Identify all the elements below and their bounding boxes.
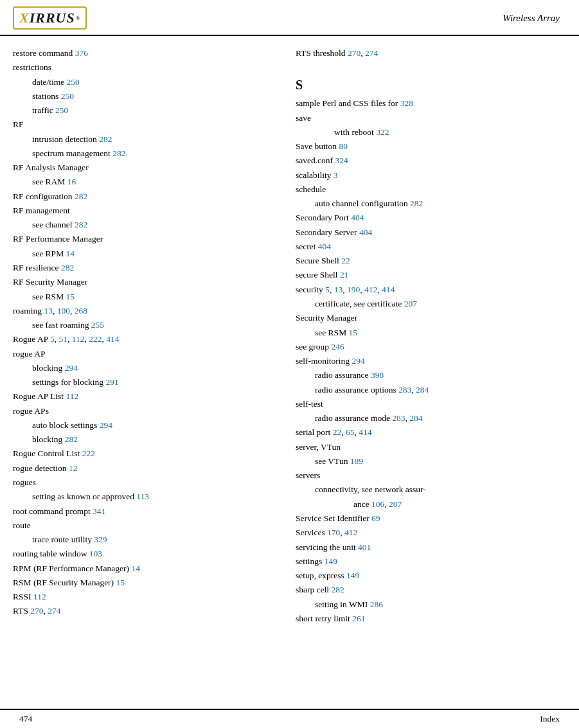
link-69[interactable]: 69: [371, 513, 380, 523]
link-13b[interactable]: 13: [334, 285, 343, 294]
list-item: restrictions: [13, 60, 276, 75]
link-294a[interactable]: 294: [65, 363, 78, 373]
link-250a[interactable]: 250: [67, 77, 80, 87]
link-100[interactable]: 100: [57, 306, 70, 315]
link-341[interactable]: 341: [93, 506, 105, 516]
link-250c[interactable]: 250: [55, 105, 68, 115]
link-282e[interactable]: 282: [61, 263, 74, 272]
link-414b[interactable]: 414: [382, 285, 395, 294]
link-282f[interactable]: 282: [65, 434, 78, 444]
link-322[interactable]: 322: [376, 127, 389, 137]
list-item: radio assurance 398: [296, 368, 566, 382]
list-item: traffic 250: [13, 103, 276, 118]
link-283a[interactable]: 283: [398, 385, 411, 395]
link-283b[interactable]: 283: [392, 413, 405, 423]
link-222b[interactable]: 222: [82, 448, 95, 458]
link-14a[interactable]: 14: [66, 249, 75, 258]
link-15c[interactable]: 15: [349, 328, 358, 337]
logo-x: X: [19, 10, 30, 26]
link-282d[interactable]: 282: [75, 220, 87, 229]
list-item: rogue APs: [13, 404, 276, 418]
link-404a[interactable]: 404: [351, 213, 364, 222]
list-item: rogue AP: [13, 347, 276, 361]
link-189[interactable]: 189: [350, 456, 363, 466]
link-170[interactable]: 170: [327, 528, 340, 537]
link-207b[interactable]: 207: [389, 499, 402, 509]
link-329[interactable]: 329: [94, 535, 107, 544]
link-414a[interactable]: 414: [106, 334, 119, 344]
link-282a[interactable]: 282: [99, 134, 112, 144]
link-80[interactable]: 80: [339, 141, 348, 151]
list-item: see VTun 189: [296, 454, 566, 468]
link-13[interactable]: 13: [44, 306, 53, 315]
link-3[interactable]: 3: [334, 170, 338, 180]
link-112a[interactable]: 112: [72, 334, 85, 344]
link-5a[interactable]: 5: [50, 334, 55, 344]
link-282c[interactable]: 282: [75, 191, 87, 201]
link-21[interactable]: 21: [340, 270, 349, 280]
link-261[interactable]: 261: [352, 614, 365, 623]
right-column: RTS threshold 270, 274 S sample Perl and…: [289, 46, 566, 626]
link-246[interactable]: 246: [331, 342, 344, 351]
link-113[interactable]: 113: [136, 492, 149, 501]
link-376[interactable]: 376: [75, 48, 88, 58]
list-item: RSSI 112: [13, 590, 276, 604]
list-item: save: [296, 111, 566, 125]
link-274b[interactable]: 274: [365, 48, 378, 58]
link-190[interactable]: 190: [347, 285, 360, 294]
link-5b[interactable]: 5: [325, 285, 330, 294]
link-401[interactable]: 401: [358, 542, 371, 552]
list-item: Rogue AP List 112: [13, 389, 276, 404]
list-item: blocking 282: [13, 432, 276, 447]
link-286[interactable]: 286: [370, 599, 383, 609]
link-16[interactable]: 16: [67, 177, 76, 186]
link-12[interactable]: 12: [69, 463, 78, 473]
list-item: setting in WMI 286: [296, 598, 566, 612]
link-207a[interactable]: 207: [404, 299, 417, 308]
link-324[interactable]: 324: [335, 155, 348, 165]
link-284b[interactable]: 284: [409, 413, 422, 423]
link-294c[interactable]: 294: [352, 356, 364, 366]
link-22a[interactable]: 22: [341, 256, 350, 265]
link-51[interactable]: 51: [59, 334, 68, 344]
link-398[interactable]: 398: [371, 370, 384, 380]
link-291[interactable]: 291: [105, 377, 118, 387]
link-250b[interactable]: 250: [61, 91, 74, 101]
link-294b[interactable]: 294: [100, 420, 112, 430]
link-106[interactable]: 106: [371, 499, 384, 509]
list-item: sharp cell 282: [296, 583, 566, 597]
link-149a[interactable]: 149: [325, 556, 337, 566]
link-412b[interactable]: 412: [344, 528, 357, 537]
list-item: see group 246: [296, 340, 566, 354]
link-270a[interactable]: 270: [30, 606, 43, 616]
link-414c[interactable]: 414: [359, 427, 371, 437]
link-282g[interactable]: 282: [410, 199, 423, 208]
link-112b[interactable]: 112: [66, 391, 78, 401]
link-103[interactable]: 103: [89, 549, 102, 558]
logo-registered: ®: [76, 15, 80, 21]
link-15b[interactable]: 15: [116, 578, 125, 587]
link-404b[interactable]: 404: [359, 227, 372, 237]
link-268[interactable]: 268: [75, 306, 87, 315]
link-412a[interactable]: 412: [364, 285, 377, 294]
link-112c[interactable]: 112: [33, 592, 46, 601]
link-282b[interactable]: 282: [112, 148, 125, 158]
link-14b[interactable]: 14: [131, 564, 140, 573]
link-255[interactable]: 255: [91, 320, 104, 330]
link-22b[interactable]: 22: [333, 427, 342, 437]
list-item: self-test: [296, 397, 566, 411]
list-item: Rogue Control List 222: [13, 447, 276, 461]
link-284a[interactable]: 284: [416, 385, 429, 395]
link-149b[interactable]: 149: [346, 571, 359, 580]
link-15a[interactable]: 15: [66, 292, 75, 301]
list-item: Secondary Server 404: [296, 226, 566, 240]
link-222a[interactable]: 222: [89, 334, 102, 344]
list-item: rogue detection 12: [13, 461, 276, 475]
link-270b[interactable]: 270: [348, 48, 361, 58]
link-274a[interactable]: 274: [48, 606, 60, 616]
link-282h[interactable]: 282: [331, 585, 344, 594]
link-65[interactable]: 65: [346, 427, 355, 437]
list-item: certificate, see certificate 207: [296, 297, 566, 311]
link-404c[interactable]: 404: [318, 242, 331, 251]
link-328[interactable]: 328: [400, 98, 413, 108]
